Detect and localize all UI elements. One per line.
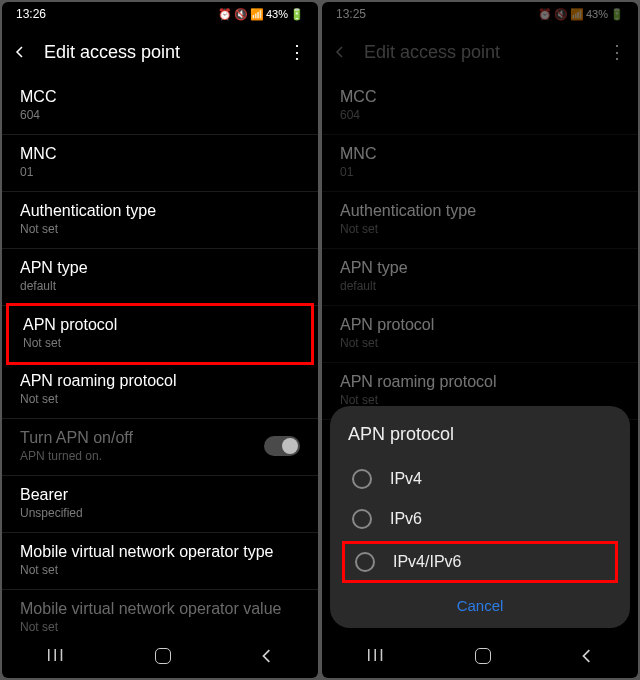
item-auth-type[interactable]: Authentication type Not set xyxy=(2,192,318,249)
item-value: Not set xyxy=(23,336,297,350)
battery-text: 43% xyxy=(266,8,288,20)
phone-right: 13:25 ⏰ 🔇 📶 43% 🔋 Edit access point ⋮ MC… xyxy=(322,2,638,678)
item-label: Authentication type xyxy=(20,202,300,220)
radio-option-ipv4[interactable]: IPv4 xyxy=(348,459,612,499)
item-label: APN roaming protocol xyxy=(340,373,620,391)
page-title: Edit access point xyxy=(44,42,270,63)
radio-icon xyxy=(352,469,372,489)
item-auth-type[interactable]: Authentication type Not set xyxy=(322,192,638,249)
item-value: default xyxy=(340,279,620,293)
settings-list: MCC 604 MNC 01 Authentication type Not s… xyxy=(2,78,318,634)
toggle-switch[interactable] xyxy=(264,436,300,456)
item-value: 01 xyxy=(340,165,620,179)
item-label: APN protocol xyxy=(23,316,297,334)
status-bar: 13:26 ⏰ 🔇 📶 43% 🔋 xyxy=(2,2,318,26)
battery-icon: 🔋 xyxy=(290,8,304,21)
item-mcc[interactable]: MCC 604 xyxy=(322,78,638,135)
item-label: MCC xyxy=(340,88,620,106)
back-icon[interactable] xyxy=(14,46,26,58)
more-icon[interactable]: ⋮ xyxy=(608,41,626,63)
item-label: MNC xyxy=(20,145,300,163)
mute-icon: 🔇 xyxy=(234,8,248,21)
item-value: Not set xyxy=(20,620,300,634)
battery-text: 43% xyxy=(586,8,608,20)
item-value: Not set xyxy=(340,222,620,236)
item-label: APN roaming protocol xyxy=(20,372,300,390)
nav-home-icon[interactable] xyxy=(475,648,491,664)
item-mcc[interactable]: MCC 604 xyxy=(2,78,318,135)
item-value: Not set xyxy=(20,392,300,406)
app-bar: Edit access point ⋮ xyxy=(322,26,638,78)
item-label: Turn APN on/off xyxy=(20,429,133,447)
page-title: Edit access point xyxy=(364,42,590,63)
item-value: Not set xyxy=(340,336,620,350)
item-label: Mobile virtual network operator type xyxy=(20,543,300,561)
item-label: APN protocol xyxy=(340,316,620,334)
item-mvno-value[interactable]: Mobile virtual network operator value No… xyxy=(2,590,318,634)
item-label: MNC xyxy=(340,145,620,163)
item-label: APN type xyxy=(340,259,620,277)
status-bar: 13:25 ⏰ 🔇 📶 43% 🔋 xyxy=(322,2,638,26)
radio-option-ipv6[interactable]: IPv6 xyxy=(348,499,612,539)
radio-label: IPv4/IPv6 xyxy=(393,553,461,571)
item-value: Not set xyxy=(20,222,300,236)
item-mnc[interactable]: MNC 01 xyxy=(2,135,318,192)
alarm-icon: ⏰ xyxy=(218,8,232,21)
nav-back-icon[interactable] xyxy=(260,649,274,663)
nav-back-icon[interactable] xyxy=(580,649,594,663)
dialog-apn-protocol: APN protocol IPv4 IPv6 IPv4/IPv6 Cancel xyxy=(330,406,630,628)
mute-icon: 🔇 xyxy=(554,8,568,21)
battery-icon: 🔋 xyxy=(610,8,624,21)
item-label: MCC xyxy=(20,88,300,106)
item-value: 01 xyxy=(20,165,300,179)
phone-left: 13:26 ⏰ 🔇 📶 43% 🔋 Edit access point ⋮ MC… xyxy=(2,2,318,678)
status-time: 13:26 xyxy=(16,7,46,21)
item-apn-roaming-protocol[interactable]: APN roaming protocol Not set xyxy=(2,362,318,419)
nav-recent-icon[interactable]: III xyxy=(46,647,65,665)
item-label: APN type xyxy=(20,259,300,277)
signal-icon: 📶 xyxy=(570,8,584,21)
radio-icon xyxy=(352,509,372,529)
app-bar: Edit access point ⋮ xyxy=(2,26,318,78)
item-turn-apn-on-off: Turn APN on/off APN turned on. xyxy=(2,419,318,476)
radio-label: IPv4 xyxy=(390,470,422,488)
radio-option-ipv4-ipv6[interactable]: IPv4/IPv6 xyxy=(342,541,618,583)
alarm-icon: ⏰ xyxy=(538,8,552,21)
nav-bar: III xyxy=(2,634,318,678)
item-value: 604 xyxy=(340,108,620,122)
dialog-title: APN protocol xyxy=(348,424,612,445)
signal-icon: 📶 xyxy=(250,8,264,21)
radio-label: IPv6 xyxy=(390,510,422,528)
item-label: Bearer xyxy=(20,486,300,504)
item-apn-protocol[interactable]: APN protocol Not set xyxy=(322,306,638,363)
item-value: Not set xyxy=(20,563,300,577)
item-value: 604 xyxy=(20,108,300,122)
item-value: Unspecified xyxy=(20,506,300,520)
nav-bar: III xyxy=(322,634,638,678)
item-value: APN turned on. xyxy=(20,449,133,463)
back-icon[interactable] xyxy=(334,46,346,58)
nav-recent-icon[interactable]: III xyxy=(366,647,385,665)
item-bearer[interactable]: Bearer Unspecified xyxy=(2,476,318,533)
item-apn-type[interactable]: APN type default xyxy=(322,249,638,306)
item-label: Mobile virtual network operator value xyxy=(20,600,300,618)
item-value: default xyxy=(20,279,300,293)
nav-home-icon[interactable] xyxy=(155,648,171,664)
status-icons: ⏰ 🔇 📶 43% 🔋 xyxy=(218,8,304,21)
cancel-button[interactable]: Cancel xyxy=(348,585,612,618)
radio-icon xyxy=(355,552,375,572)
item-label: Authentication type xyxy=(340,202,620,220)
item-mvno-type[interactable]: Mobile virtual network operator type Not… xyxy=(2,533,318,590)
item-mnc[interactable]: MNC 01 xyxy=(322,135,638,192)
item-apn-type[interactable]: APN type default xyxy=(2,249,318,306)
status-time: 13:25 xyxy=(336,7,366,21)
status-icons: ⏰ 🔇 📶 43% 🔋 xyxy=(538,8,624,21)
more-icon[interactable]: ⋮ xyxy=(288,41,306,63)
item-apn-protocol[interactable]: APN protocol Not set xyxy=(6,303,314,365)
item-value: Not set xyxy=(340,393,620,407)
